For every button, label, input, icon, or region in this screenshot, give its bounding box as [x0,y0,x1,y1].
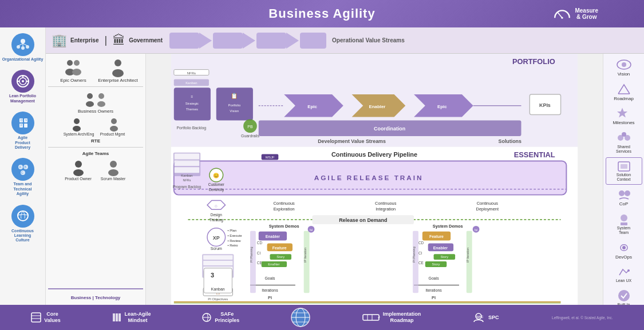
sidebar-item-org-agility[interactable]: Organizational Agility [1,30,45,65]
footer-impl-roadmap[interactable]: Implementation Roadmap [362,311,421,324]
core-values-label: Core Values [44,311,61,324]
sidebar-item-apd[interactable]: D V F AgileProductDelivery [1,108,45,153]
art-roles: System Arch/Eng Product Mgmt [48,116,143,136]
svg-point-37 [72,69,81,75]
right-item-solution-context[interactable]: SolutionContext [606,157,642,185]
svg-point-44 [74,118,80,124]
svg-text:Goals: Goals [429,276,440,280]
svg-point-46 [111,118,117,124]
right-item-vision[interactable]: Vision [605,55,643,79]
svg-text:Continuous Delivery Pipeline: Continuous Delivery Pipeline [331,151,417,158]
portfolio-roles: Epic Owners Enterprise Architect [48,57,143,83]
footer-core-values[interactable]: Core Values [31,311,61,324]
footer-safe-principles[interactable]: SAFe Principles [202,311,239,324]
svg-text:WSJF: WSJF [265,156,274,159]
svg-text:Epic: Epic [437,104,447,109]
system-arch-label: System Arch/Eng [64,132,94,136]
svg-text:≡: ≡ [191,94,193,98]
svg-text:Centricity: Centricity [208,188,224,192]
right-item-cop[interactable]: CoP [605,185,643,209]
svg-rect-31 [256,33,286,49]
footer-spc-globe[interactable] [290,307,311,328]
footer-lean-agile[interactable]: Lean-Agile Mindset [112,311,151,324]
sidebar-label-tta: Team andTechnicalAgility [13,182,31,196]
svg-text:Solutions: Solutions [499,138,521,144]
devops-label: DevOps [615,255,632,260]
leffingwell-label: Leffingwell, et al. © Scaled Agile, Inc. [552,316,613,320]
svg-text:Themes: Themes [186,108,198,111]
svg-text:Story: Story [276,255,285,259]
middle-content: 🏢 Enterprise | 🏛 Government [46,27,644,305]
svg-marker-28 [199,33,212,49]
svg-point-50 [110,161,117,168]
svg-text:Enabler: Enabler [433,246,448,250]
svg-text:PI Planning: PI Planning [250,246,253,263]
svg-rect-213 [363,315,379,320]
sidebar-item-clc[interactable]: ContinuousLearningCulture [1,201,45,246]
building-icon: 🏢 [52,33,67,48]
svg-text:◇: ◇ [215,204,218,208]
svg-point-39 [112,69,124,77]
roadmap-label: Roadmap [614,96,634,102]
sidebar-item-tta[interactable]: A B C Team andTechnicalAgility [1,154,45,200]
right-item-roadmap[interactable]: Roadmap [605,80,643,104]
svg-text:Vision: Vision [230,109,239,113]
svg-text:😊: 😊 [213,172,220,179]
svg-text:XP: XP [213,235,220,241]
svg-point-49 [73,169,84,176]
svg-text:Program Backlog: Program Backlog [173,185,202,189]
right-item-built-in-quality[interactable]: Built-InQuality [605,287,643,305]
svg-point-195 [627,269,630,272]
agile-teams-block: Agile Teams [48,151,143,156]
svg-text:C: C [21,171,23,174]
svg-text:Thinking: Thinking [210,218,224,222]
svg-marker-32 [286,33,299,49]
svg-text:Epic: Epic [307,104,317,109]
diagram-left: Epic Owners Enterprise Architect [46,54,146,305]
product-owner-label: Product Owner [65,177,92,181]
sidebar-label-apd: AgileProductDelivery [15,136,30,150]
svg-text:fal: fal [475,229,477,232]
svg-text:Guardrails: Guardrails [241,134,259,138]
svg-marker-30 [243,33,255,49]
svg-text:PI Planning: PI Planning [412,246,416,263]
right-item-lean-ux[interactable]: Lean UX [605,263,643,285]
right-item-devops[interactable]: DevOps [605,238,643,263]
svg-rect-29 [213,33,243,49]
svg-text:• Plan: • Plan [228,229,237,232]
svg-text:Continuous: Continuous [274,201,295,206]
svg-text:Kanban: Kanban [211,287,225,291]
svg-text:KPIs: KPIs [539,102,551,108]
svg-point-41 [86,101,94,107]
product-mgmt-block: Product Mgmt [97,116,128,136]
svg-text:Portfolio Backlog: Portfolio Backlog [177,126,207,130]
diagram-area: Epic Owners Enterprise Architect [46,54,644,305]
svg-text:Story: Story [440,255,448,259]
right-item-system-team[interactable]: SystemTeam [605,210,643,238]
vision-label: Vision [618,71,630,77]
svg-text:SPC: SPC [476,315,484,319]
right-item-milestones[interactable]: Milestones [605,104,643,128]
svg-rect-17 [24,124,27,128]
svg-text:Iterations: Iterations [425,288,442,292]
svg-text:PORTFOLIO: PORTFOLIO [512,57,555,66]
svg-text:PI: PI [268,295,272,300]
apd-circle: D V F [11,112,34,134]
sidebar-item-lpm[interactable]: Lean PortfolioManagement [1,66,45,107]
svg-text:PI Objectives: PI Objectives [208,297,228,301]
svg-text:Customer: Customer [208,182,225,186]
team-roles: Product Owner Scrum Master [48,158,143,181]
oa-circle [11,33,34,56]
government-label: Government [129,37,163,43]
business-owners-label: Business Owners [78,109,113,114]
ops-bar: 🏢 Enterprise | 🏛 Government [46,27,644,54]
svg-point-4 [21,46,25,50]
right-item-shared-services[interactable]: SharedServices [605,129,643,157]
svg-point-1 [21,39,25,43]
svg-point-51 [108,169,118,176]
svg-text:Enabler: Enabler [369,104,385,109]
footer-spc[interactable]: SPC SPC [472,312,499,323]
svg-rect-200 [31,313,41,322]
svg-text:Iterations: Iterations [262,288,278,292]
svg-text:Continuous: Continuous [375,201,397,206]
